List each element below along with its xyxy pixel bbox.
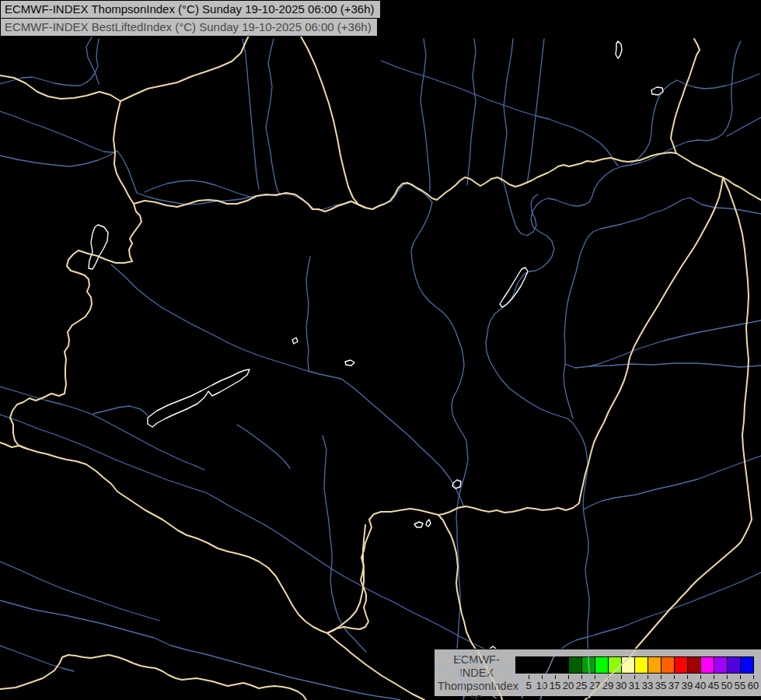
- legend-unit-label: °C: [438, 693, 515, 700]
- river-path: [589, 320, 761, 366]
- legend-tick: [700, 675, 701, 679]
- border-path: [369, 509, 438, 520]
- legend-swatch: [608, 657, 621, 673]
- map-title-line2: ECMWF-INDEX BestLiftedIndex (°C) Sunday …: [0, 18, 378, 37]
- border-path: [0, 75, 120, 101]
- river-path: [467, 39, 476, 185]
- river-path: [564, 363, 761, 418]
- river-path: [0, 646, 74, 671]
- legend-title-line2: ThompsonIndex: [438, 680, 515, 693]
- lake-outlines: [89, 41, 663, 652]
- lake-balaton-outline: [148, 369, 250, 427]
- river-path: [145, 180, 255, 198]
- legend-tick: [608, 675, 609, 679]
- lake-outline: [426, 520, 431, 527]
- legend-tick: [648, 675, 648, 679]
- map-canvas: ECMWF-INDEX ThompsonIndex (°C) Sunday 19…: [0, 0, 761, 700]
- river-path: [727, 117, 761, 136]
- lake-outline: [414, 522, 423, 527]
- legend-tick: [581, 675, 582, 679]
- legend-title-line1: ECMWF-INDEX: [438, 653, 515, 680]
- legend-swatch-row: [515, 656, 754, 674]
- river-path: [266, 39, 280, 194]
- border-path: [134, 152, 761, 212]
- border-path: [27, 449, 365, 633]
- lake-outline: [292, 338, 298, 344]
- border-path: [0, 443, 27, 449]
- river-path: [381, 61, 618, 166]
- legend-swatch: [568, 657, 581, 673]
- river-path: [306, 257, 310, 371]
- legend-tick: [674, 675, 675, 679]
- legend-swatch: [595, 657, 608, 673]
- legend-tick: [555, 675, 556, 679]
- river-path: [243, 39, 259, 189]
- river-path: [501, 39, 513, 182]
- legend-tick-row: 51015202527293031333537394045505560: [515, 674, 756, 694]
- river-path: [564, 198, 761, 364]
- map-title-line1: ECMWF-INDEX ThompsonIndex (°C) Sunday 19…: [0, 0, 381, 19]
- river-path: [527, 39, 544, 184]
- legend-swatch: [714, 657, 727, 673]
- river-path: [504, 182, 538, 236]
- legend-swatch: [581, 657, 595, 673]
- legend-swatch: [542, 657, 555, 673]
- legend-swatch: [687, 657, 700, 673]
- legend-tick: [595, 675, 595, 679]
- legend-swatch: [529, 657, 542, 673]
- country-border-paths: [0, 13, 761, 700]
- legend-titles: ECMWF-INDEX ThompsonIndex °C: [438, 653, 515, 700]
- river-path: [421, 39, 430, 191]
- lake-tisza-outline: [500, 268, 528, 307]
- legend-tick: [634, 675, 635, 679]
- legend-tick: [542, 675, 543, 679]
- legend-swatch: [674, 657, 687, 673]
- legend-swatch: [661, 657, 674, 673]
- river-path: [323, 436, 366, 652]
- legend-swatch: [740, 657, 753, 673]
- weather-map: [0, 0, 761, 700]
- legend-swatch: [621, 657, 634, 673]
- legend-tick: [687, 675, 688, 679]
- legend-swatch: [727, 657, 740, 673]
- river-path: [0, 600, 400, 700]
- border-path: [327, 633, 424, 700]
- legend-tick: [727, 675, 728, 679]
- border-path: [0, 655, 306, 700]
- lake-outline: [345, 360, 354, 366]
- legend-swatch: [634, 657, 648, 673]
- river-path: [0, 151, 468, 700]
- legend-tick: [529, 675, 529, 679]
- lake-neusiedl-outline: [89, 225, 108, 269]
- legend-swatch: [555, 657, 568, 673]
- border-path: [438, 177, 723, 515]
- legend-swatch: [700, 657, 714, 673]
- legend-tick: [661, 675, 662, 679]
- river-path: [584, 456, 761, 509]
- river-path: [111, 264, 464, 507]
- river-path: [0, 111, 115, 152]
- lake-outline: [616, 41, 622, 58]
- legend-tick: [753, 675, 754, 679]
- river-path: [0, 562, 159, 621]
- border-path: [10, 204, 141, 449]
- border-path: [671, 39, 700, 153]
- legend-swatch: [648, 657, 661, 673]
- map-title-block: ECMWF-INDEX ThompsonIndex (°C) Sunday 19…: [0, 0, 381, 37]
- river-path: [486, 41, 741, 700]
- border-path: [113, 101, 134, 204]
- river-path: [237, 425, 290, 468]
- legend-tick: [714, 675, 714, 679]
- legend-tick-label: 60: [743, 680, 761, 691]
- river-path: [0, 415, 517, 665]
- legend-tick: [568, 675, 569, 679]
- legend-swatch: [516, 657, 529, 673]
- legend-tick: [621, 675, 622, 679]
- legend-tick: [740, 675, 741, 679]
- river-path: [93, 406, 148, 415]
- river-path: [631, 74, 759, 163]
- color-scale-legend: ECMWF-INDEX ThompsonIndex °C 51015202527…: [434, 649, 761, 698]
